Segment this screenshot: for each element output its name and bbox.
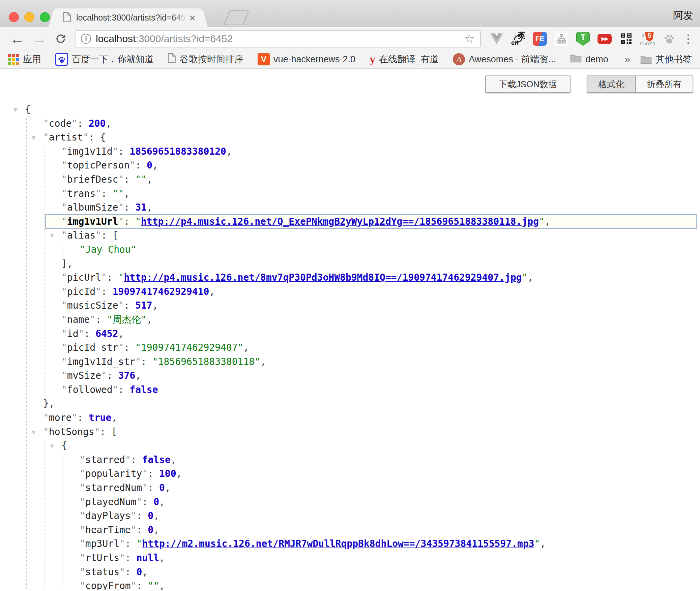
bookmark-label: vue-hackernews-2.0: [273, 54, 355, 65]
json-line: "img1v1Id": 18569651883380120,: [0, 145, 700, 159]
json-line: "starred": false,: [0, 453, 700, 467]
json-line: "copyFrom": "",: [0, 579, 700, 590]
json-line: "popularity": 100,: [0, 467, 700, 481]
json-line: },: [0, 397, 700, 411]
collapse-toggle-icon[interactable]: ▼: [50, 229, 54, 243]
title-bar: localhost:3000/artists?id=645 × 阿发: [0, 0, 700, 27]
back-button[interactable]: ←: [10, 31, 25, 46]
tampermonkey-extension-icon[interactable]: T: [576, 31, 590, 46]
json-line: "code": 200,: [0, 117, 700, 131]
page-info-icon[interactable]: i: [81, 34, 91, 44]
html5-player-extension-icon[interactable]: s5 PLAYER: [641, 31, 655, 46]
bookmark-star-icon[interactable]: ☆: [464, 32, 475, 46]
json-line: "dayPlays": 0,: [0, 509, 700, 523]
collapse-toggle-icon[interactable]: ▼: [50, 439, 54, 453]
json-line: "briefDesc": "",: [0, 173, 700, 187]
bookmarks-list: 应用百度一下，你就知道谷歌按时间排序Vvue-hackernews-2.0y在线…: [8, 53, 622, 66]
bookmark-item-apps-grid[interactable]: 应用: [8, 53, 41, 65]
json-line: ▼"hotSongs": [: [0, 425, 700, 439]
browser-tab[interactable]: localhost:3000/artists?id=645 ×: [57, 8, 199, 27]
json-line: "more": true,: [0, 411, 700, 425]
bookmarks-overflow-chevron-icon[interactable]: »: [624, 54, 630, 65]
vue-devtools-extension-icon[interactable]: [490, 31, 504, 46]
json-line: ▼"alias": [: [0, 228, 700, 243]
bookmark-item-vue[interactable]: Vvue-hackernews-2.0: [258, 53, 355, 65]
collapse-all-button[interactable]: 折叠所有: [636, 75, 693, 93]
bookmark-label: 谷歌按时间排序: [180, 53, 243, 65]
tab-close-icon[interactable]: ×: [189, 12, 196, 23]
json-line: ▼"artist": {: [0, 130, 700, 145]
json-line: "followed": false: [0, 383, 700, 397]
json-line: "topicPerson": 0,: [0, 158, 700, 173]
json-line: "trans": "",: [0, 187, 700, 201]
tab-title: localhost:3000/artists?id=645: [76, 13, 188, 23]
json-line: "img1v1Url": "http://p4.music.126.net/Q_…: [0, 215, 700, 229]
json-line: "playedNum": 0,: [0, 495, 700, 509]
folder-icon: [570, 54, 582, 65]
profile-name[interactable]: 阿发: [673, 9, 693, 23]
baidu-paw-icon: [55, 53, 68, 66]
window-controls: [9, 12, 50, 22]
bookmark-item-page[interactable]: 谷歌按时间排序: [168, 53, 243, 65]
json-line: "rtUrls": null,: [0, 551, 700, 565]
json-line: "musicSize": 517,: [0, 299, 700, 313]
format-button[interactable]: 格式化: [587, 75, 636, 93]
collapse-toggle-icon[interactable]: ▼: [32, 425, 35, 439]
collapse-toggle-icon[interactable]: ▼: [32, 131, 35, 145]
minimize-window-button[interactable]: [24, 12, 34, 22]
bookmarks-bar: 应用百度一下，你就知道谷歌按时间排序Vvue-hackernews-2.0y在线…: [0, 51, 700, 69]
collapse-toggle-icon[interactable]: ▼: [13, 103, 17, 117]
fe-extension-icon[interactable]: FE: [533, 31, 547, 46]
paw-extension-icon[interactable]: [662, 31, 676, 46]
json-line: "img1v1Id_str": "18569651883380118",: [0, 355, 700, 369]
new-tab-button[interactable]: [224, 10, 249, 25]
bookmark-item-folder[interactable]: demo: [570, 54, 608, 65]
close-window-button[interactable]: [9, 12, 19, 22]
json-line: "Jay Chou": [0, 243, 700, 257]
page-content: 下载JSON数据 格式化 折叠所有 ▼{"code": 200,▼"artist…: [0, 69, 700, 590]
bookmark-label: Awesomes - 前端资...: [469, 53, 556, 65]
translate-extension-icon[interactable]: 英 en: [511, 31, 525, 46]
json-line: "albumSize": 31,: [0, 200, 700, 215]
youdao-icon: y: [370, 54, 375, 65]
json-line: "mp3Url": "http://m2.music.126.net/RMJR7…: [0, 537, 700, 551]
download-json-button[interactable]: 下载JSON数据: [485, 75, 571, 93]
bookmark-label: 在线翻译_有道: [379, 53, 439, 65]
reload-button[interactable]: [54, 32, 67, 45]
bookmark-item-awesomes[interactable]: AAwesomes - 前端资...: [453, 53, 556, 65]
extension-icons: 英 en FE T ▶▶ s5 PLAYER: [490, 31, 676, 46]
url-bar[interactable]: i localhost:3000/artists?id=6452 ☆: [75, 30, 481, 48]
qr-code-extension-icon[interactable]: [619, 31, 633, 46]
sitemap-extension-icon[interactable]: [554, 31, 568, 46]
json-viewer-toolbar: 下载JSON数据 格式化 折叠所有: [485, 75, 693, 93]
forward-button: →: [32, 31, 47, 46]
bookmark-label: 应用: [23, 53, 41, 65]
browser-window: { "window": { "profile_name": "阿发" }, "g…: [0, 0, 700, 591]
json-line: ▼{: [0, 439, 700, 453]
json-url-link[interactable]: http://m2.music.126.net/RMJR7wDullRqppBk…: [142, 538, 534, 549]
bookmark-item-youdao[interactable]: y在线翻译_有道: [370, 53, 439, 65]
json-line: ▼{: [0, 102, 700, 117]
json-line: "starredNum": 0,: [0, 481, 700, 495]
navigation-toolbar: ← → i localhost:3000/artists?id=6452 ☆ 英…: [0, 27, 700, 51]
json-line: "id": 6452,: [0, 327, 700, 341]
json-line: "mvSize": 376,: [0, 369, 700, 383]
json-url-link[interactable]: http://p4.music.126.net/8mv7qP30Pd3oHW8b…: [124, 272, 522, 283]
json-line: ],: [0, 257, 700, 271]
other-bookmarks-folder[interactable]: 其他书签: [640, 53, 692, 65]
page-favicon-icon: [63, 12, 71, 24]
page-icon: [168, 53, 176, 65]
url-text[interactable]: localhost:3000/artists?id=6452: [96, 33, 461, 44]
json-line: "name": "周杰伦",: [0, 313, 700, 327]
json-line: "picId_str": "19097417462929407",: [0, 341, 700, 355]
vue-icon: V: [258, 53, 270, 65]
browser-menu-icon[interactable]: ⋮: [682, 33, 694, 44]
zoom-window-button[interactable]: [40, 12, 50, 22]
json-url-link[interactable]: http://p4.music.126.net/Q_ExePNkmgB2yWyL…: [141, 216, 539, 227]
json-line: "picUrl": "http://p4.music.126.net/8mv7q…: [0, 271, 700, 285]
json-tree: ▼{"code": 200,▼"artist": {"img1v1Id": 18…: [0, 69, 700, 590]
bookmark-label: 百度一下，你就知道: [72, 53, 154, 65]
video-speed-extension-icon[interactable]: ▶▶: [597, 31, 612, 46]
json-line: "status": 0,: [0, 565, 700, 579]
bookmark-item-baidu-paw[interactable]: 百度一下，你就知道: [55, 53, 154, 66]
